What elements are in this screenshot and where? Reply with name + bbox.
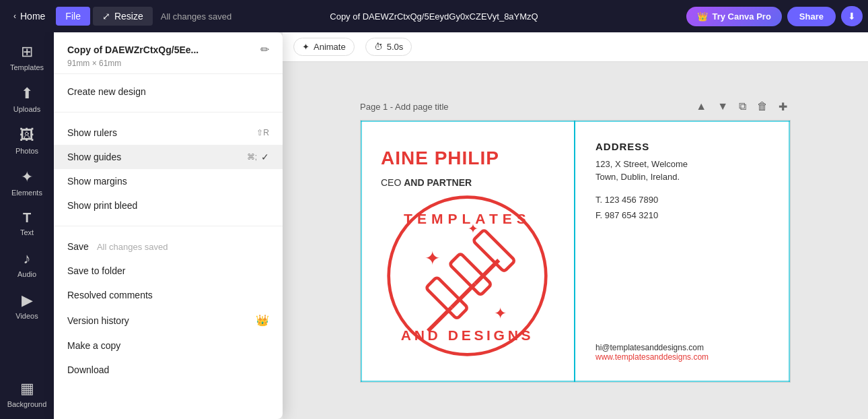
show-guides-label: Show guides bbox=[67, 152, 121, 162]
show-margins-item[interactable]: Show margins bbox=[54, 169, 283, 193]
topbar: ‹ Home File ⤢ Resize All changes saved C… bbox=[0, 0, 868, 32]
save-to-folder-item[interactable]: Save to folder bbox=[54, 259, 283, 283]
download-item[interactable]: Download bbox=[54, 358, 283, 382]
card-phone: T. 123 456 7890 bbox=[595, 192, 770, 207]
dropdown-section-view: Show rulers ⇧R Show guides ⌘; ✓ Show mar… bbox=[54, 115, 283, 223]
home-label: Home bbox=[20, 11, 45, 22]
background-icon: ▦ bbox=[20, 380, 34, 397]
svg-text:✦: ✦ bbox=[494, 304, 507, 321]
card-logo-area: ✦ ✦ ✦ TEMPLATES AND DESIGNS bbox=[381, 188, 554, 364]
card-name: AINE PHILIP bbox=[381, 148, 554, 169]
page-down-button[interactable]: ▼ bbox=[714, 99, 731, 114]
sidebar-item-photos[interactable]: 🖼 Photos bbox=[3, 121, 51, 160]
card-fax: F. 987 654 3210 bbox=[595, 207, 770, 223]
svg-text:AND DESIGNS: AND DESIGNS bbox=[401, 327, 534, 343]
resize-icon: ⤢ bbox=[102, 11, 110, 22]
page-up-button[interactable]: ▲ bbox=[692, 99, 710, 114]
sidebar-item-videos[interactable]: ▶ Videos bbox=[3, 286, 51, 325]
sidebar-item-background[interactable]: ▦ Background bbox=[3, 375, 51, 414]
download-button[interactable]: ⬇ bbox=[841, 6, 863, 26]
sub-toolbar: ✦ Animate ⏱ 5.0s bbox=[283, 32, 868, 62]
page-canvas-wrapper[interactable]: Page 1 - Add page title ▲ ▼ ⧉ 🗑 ✚ bbox=[283, 62, 868, 419]
dropdown-section-create: Create new design bbox=[54, 74, 283, 109]
card-address-line2: Town, Dublin, Ireland. bbox=[595, 172, 680, 182]
page-delete-button[interactable]: 🗑 bbox=[754, 99, 771, 114]
save-label[interactable]: Save bbox=[67, 241, 89, 252]
topbar-right: 👑 Try Canva Pro Share ⬇ bbox=[686, 6, 863, 26]
business-card[interactable]: AINE PHILIP CEO AND PARTNER bbox=[360, 120, 791, 383]
svg-text:TEMPLATES: TEMPLATES bbox=[404, 211, 531, 226]
sidebar-item-uploads[interactable]: ⬆ Uploads bbox=[3, 79, 51, 119]
templates-label: Templates bbox=[10, 63, 44, 71]
audio-label: Audio bbox=[17, 270, 36, 278]
share-label: Share bbox=[799, 11, 824, 22]
show-rulers-item[interactable]: Show rulers ⇧R bbox=[54, 121, 283, 145]
file-button[interactable]: File bbox=[56, 7, 90, 26]
sidebar-item-text[interactable]: T Text bbox=[3, 205, 51, 242]
show-rulers-shortcut-area: ⇧R bbox=[256, 128, 269, 137]
videos-icon: ▶ bbox=[22, 292, 33, 309]
page-add-button[interactable]: ✚ bbox=[775, 99, 791, 115]
make-copy-label: Make a copy bbox=[67, 340, 120, 351]
elements-label: Elements bbox=[11, 189, 42, 197]
card-address-title: ADDRESS bbox=[595, 141, 770, 152]
timer-button[interactable]: ⏱ 5.0s bbox=[365, 38, 412, 56]
file-dropdown-panel: Copy of DAEWZrCtxQg/5Ee... ✏ 91mm × 61mm… bbox=[54, 32, 283, 419]
make-copy-item[interactable]: Make a copy bbox=[54, 333, 283, 358]
create-new-label: Create new design bbox=[67, 86, 146, 97]
animate-label: Animate bbox=[314, 42, 346, 52]
save-status: All changes saved bbox=[97, 242, 168, 252]
uploads-label: Uploads bbox=[13, 105, 40, 113]
sidebar-item-templates[interactable]: ⊞ Templates bbox=[3, 38, 51, 77]
resize-button[interactable]: ⤢ Resize bbox=[93, 7, 153, 26]
document-title: Copy of DAEWZrCtxQg/5EeydGy0xCZEVyt_8aYM… bbox=[330, 11, 538, 22]
version-history-item[interactable]: Version history 👑 bbox=[54, 307, 283, 333]
page-controls: ▲ ▼ ⧉ 🗑 ✚ bbox=[692, 99, 791, 115]
download-label: Download bbox=[67, 364, 109, 375]
animate-button[interactable]: ✦ Animate bbox=[293, 38, 355, 56]
card-address-area: ADDRESS 123, X Street, Welcome Town, Dub… bbox=[595, 141, 770, 224]
page-copy-button[interactable]: ⧉ bbox=[735, 99, 750, 114]
guide-right bbox=[789, 121, 790, 382]
show-print-bleed-item[interactable]: Show print bleed bbox=[54, 193, 283, 218]
edit-icon[interactable]: ✏ bbox=[260, 43, 269, 56]
dropdown-title: Copy of DAEWZrCtxQg/5Ee... bbox=[67, 44, 198, 55]
svg-text:✦: ✦ bbox=[425, 248, 440, 269]
card-contact: T. 123 456 7890 F. 987 654 3210 bbox=[595, 192, 770, 224]
resolved-comments-item[interactable]: Resolved comments bbox=[54, 283, 283, 307]
show-guides-shortcut: ⌘; bbox=[247, 152, 257, 162]
card-top-left: AINE PHILIP CEO AND PARTNER bbox=[381, 148, 554, 188]
animate-icon: ✦ bbox=[302, 42, 310, 52]
download-icon: ⬇ bbox=[848, 11, 856, 22]
audio-icon: ♪ bbox=[24, 250, 31, 267]
share-button[interactable]: Share bbox=[787, 7, 836, 26]
background-label: Background bbox=[7, 400, 47, 408]
page-header-bar: Page 1 - Add page title ▲ ▼ ⧉ 🗑 ✚ bbox=[360, 99, 791, 115]
dropdown-header: Copy of DAEWZrCtxQg/5Ee... ✏ 91mm × 61mm bbox=[54, 32, 283, 74]
canvas-area: ✦ Animate ⏱ 5.0s Page 1 - Add page title… bbox=[283, 32, 868, 419]
text-label: Text bbox=[20, 228, 34, 236]
card-address-body: 123, X Street, Welcome Town, Dublin, Ire… bbox=[595, 158, 770, 184]
sidebar-item-elements[interactable]: ✦ Elements bbox=[3, 163, 51, 202]
try-canva-button[interactable]: 👑 Try Canva Pro bbox=[686, 7, 781, 26]
card-email-section: hi@templatesanddesigns.com www.templates… bbox=[595, 343, 770, 362]
show-margins-label: Show margins bbox=[67, 176, 127, 187]
page-container: Page 1 - Add page title ▲ ▼ ⧉ 🗑 ✚ bbox=[360, 99, 791, 383]
templates-icon: ⊞ bbox=[21, 43, 33, 61]
create-new-design-item[interactable]: Create new design bbox=[54, 79, 283, 104]
save-to-folder-label: Save to folder bbox=[67, 265, 125, 276]
guide-left bbox=[361, 121, 362, 382]
version-history-crown-icon: 👑 bbox=[256, 314, 269, 327]
dropdown-title-row: Copy of DAEWZrCtxQg/5Ee... ✏ bbox=[67, 43, 269, 56]
crown-icon: 👑 bbox=[697, 11, 708, 22]
sidebar-item-audio[interactable]: ♪ Audio bbox=[3, 245, 51, 284]
version-history-label: Version history bbox=[67, 315, 129, 326]
home-button[interactable]: ‹ Home bbox=[5, 7, 53, 26]
chevron-left-icon: ‹ bbox=[13, 11, 16, 21]
show-guides-item[interactable]: Show guides ⌘; ✓ bbox=[54, 145, 283, 169]
card-logo-svg: ✦ ✦ ✦ TEMPLATES AND DESIGNS bbox=[381, 188, 554, 364]
photos-label: Photos bbox=[15, 147, 38, 155]
photos-icon: 🖼 bbox=[20, 127, 34, 144]
page-title-label[interactable]: Page 1 - Add page title bbox=[360, 102, 449, 112]
guide-bottom bbox=[361, 381, 790, 382]
